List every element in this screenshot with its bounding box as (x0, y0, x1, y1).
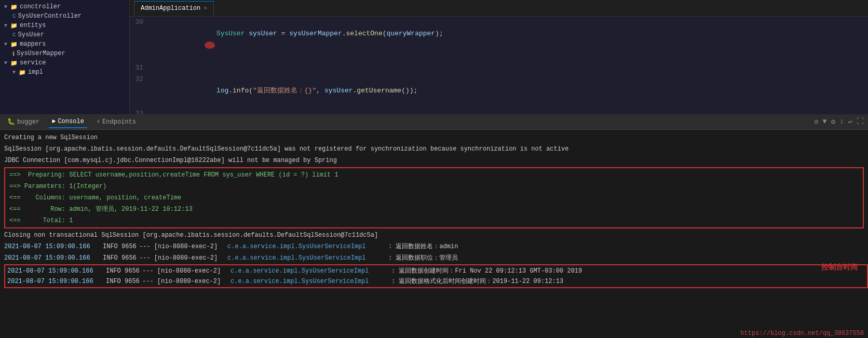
arrow-icon: ▼ (4, 23, 7, 29)
arrow-icon: ▼ (4, 4, 7, 10)
sql-box: ==> Preparing: SELECT username,position,… (4, 167, 864, 228)
line-num: 33 (130, 108, 152, 114)
ts-line-3: 2021-08-07 15:09:00.166 INFO 9656 --- [n… (7, 266, 865, 276)
ts-thread: --- [nio-8080-exec-2] (139, 253, 227, 263)
ts-line-2: 2021-08-07 15:09:00.166 INFO 9656 --- [n… (0, 252, 868, 264)
sidebar-item-service[interactable]: ▼ 📁 service (0, 58, 129, 67)
java-icon: C (12, 32, 16, 38)
sidebar-item-entitys[interactable]: ▼ 📁 entitys (0, 21, 129, 30)
footer: https://blog.csdn.net/qq_38637558 (0, 329, 868, 338)
main-container: ▼ 📁 conctroller C SysUserController ▼ 📁 … (0, 0, 868, 338)
sql-line-4: <== Row: admin, 管理员, 2019-11-22 10:12:13 (9, 204, 859, 215)
sql-line-2: ==> Parameters: 1(Integer) (9, 181, 859, 192)
sidebar: ▼ 📁 conctroller C SysUserController ▼ 📁 … (0, 0, 130, 114)
scroll-icon[interactable]: ↕ (839, 117, 844, 126)
ts-date: 2021-08-07 15:09:00.166 (4, 253, 103, 263)
line-content: SysUser sysUser = sysUserMapper.selectOn… (152, 17, 868, 62)
code-line-33: 33 log.info("返回数据职位：{}", sysUser.getPosi… (130, 108, 868, 114)
sql-line-3: <== Columns: username, position, createT… (9, 192, 859, 204)
sidebar-label: mappers (20, 40, 46, 48)
endpoints-icon: ⚡ (97, 118, 100, 126)
line-num: 32 (130, 74, 152, 85)
ts-level: INFO 9656 (106, 276, 142, 287)
console-tab-endpoints[interactable]: ⚡ Endpoints (93, 116, 139, 128)
sql-section: ==> Preparing: SELECT username,position,… (4, 167, 864, 228)
arrow-icon: ▼ (4, 42, 7, 47)
folder-icon: 📁 (10, 60, 18, 66)
ts-class: c.e.a.service.impl.SysUserServiceImpl (227, 241, 388, 252)
editor-tab-adminapplication[interactable]: AdminApplication × (134, 1, 214, 16)
sidebar-item-impl[interactable]: ▼ 📁 impl (0, 67, 129, 77)
sidebar-label: SysUserController (18, 12, 82, 20)
console-tab-console[interactable]: ► Console (49, 116, 87, 128)
control-time-label: 控制台时间 (821, 263, 858, 272)
java-icon: C (12, 13, 16, 19)
sidebar-label: SysUserMapper (17, 50, 65, 57)
line-content: log.info("返回数据职位：{}", sysUser.getPositio… (152, 108, 868, 114)
settings-icon[interactable]: ⚙ (831, 117, 835, 126)
code-line-32: 32 log.info("返回数据姓名：{}", sysUser.getUser… (130, 74, 868, 108)
sidebar-label: SysUser (18, 31, 44, 38)
tab-label: AdminApplication (141, 5, 200, 12)
expand-icon[interactable]: ⛶ (857, 117, 864, 126)
timestamp-section: 2021-08-07 15:09:00.166 INFO 9656 --- [n… (0, 241, 868, 288)
ts-date: 2021-08-07 15:09:00.166 (7, 276, 106, 287)
folder-icon: 📁 (10, 41, 18, 48)
wrap-icon[interactable]: ↩ (848, 117, 852, 126)
code-line-30: 30 SysUser sysUser = sysUserMapper.selec… (130, 17, 868, 62)
code-line-31: 31 (130, 62, 868, 74)
console-line-2: SqlSession [org.apache.ibatis.session.de… (0, 143, 868, 155)
ts-thread: --- [nio-8080-exec-2] (142, 266, 230, 276)
ts-level: INFO 9656 (106, 266, 142, 276)
closing-line: Closing non transactional SqlSession [or… (0, 229, 868, 241)
code-area: ▼ 📁 conctroller C SysUserController ▼ 📁 … (0, 0, 868, 114)
ts-date: 2021-08-07 15:09:00.166 (7, 266, 106, 276)
tab-label: Endpoints (102, 118, 136, 126)
ts-msg: : 返回数据创建时间：Fri Nov 22 09:12:13 GMT-03:00… (391, 266, 582, 276)
sidebar-item-sysuser[interactable]: C SysUser (0, 30, 129, 39)
sidebar-label: conctroller (20, 3, 61, 10)
ts-class: c.e.a.service.impl.SysUserServiceImpl (227, 253, 388, 263)
console-icon: ► (52, 118, 56, 125)
code-lines: 30 SysUser sysUser = sysUserMapper.selec… (130, 17, 868, 114)
ts-class: c.e.a.service.impl.SysUserServiceImpl (230, 276, 391, 287)
filter-icon[interactable]: ▼ (822, 117, 826, 126)
sidebar-label: entitys (20, 22, 46, 29)
toolbar-icons: ⊘ ▼ ⚙ ↕ ↩ ⛶ (814, 117, 864, 126)
sidebar-item-sysusercontroller[interactable]: C SysUserController (0, 11, 129, 21)
tab-label: bugger (17, 118, 39, 126)
sql-line-1: ==> Preparing: SELECT username,position,… (9, 169, 859, 181)
tab-close-icon[interactable]: × (204, 5, 207, 11)
bugger-icon: 🐛 (7, 118, 15, 126)
sidebar-label: service (20, 59, 46, 66)
arrow-icon: ▼ (4, 60, 7, 66)
ts-line-1: 2021-08-07 15:09:00.166 INFO 9656 --- [n… (0, 241, 868, 252)
folder-icon: 📁 (19, 69, 26, 76)
ts-msg: : 返回数据格式化后时间创建时间：2019-11-22 09:12:13 (391, 276, 563, 287)
sidebar-item-mappers[interactable]: ▼ 📁 mappers (0, 39, 129, 49)
watermark-text: https://blog.csdn.net/qq_38637558 (740, 330, 864, 337)
sidebar-item-conctroller[interactable]: ▼ 📁 conctroller (0, 2, 129, 11)
arrow-icon: ▼ (12, 70, 16, 75)
code-editor: AdminApplication × 30 SysUser sysUser = … (130, 0, 868, 114)
editor-tab-bar: AdminApplication × (130, 0, 868, 17)
line-num: 31 (130, 62, 152, 74)
clear-icon[interactable]: ⊘ (814, 117, 818, 126)
ts-class: c.e.a.service.impl.SysUserServiceImpl (230, 266, 391, 276)
ts-msg: : 返回数据姓名：admin (388, 241, 458, 252)
sidebar-label: impl (28, 69, 43, 76)
tab-label: Console (58, 118, 84, 125)
folder-icon: 📁 (10, 22, 18, 29)
ts-line-4: 2021-08-07 15:09:00.166 INFO 9656 --- [n… (7, 276, 865, 287)
line-content: log.info("返回数据姓名：{}", sysUser.getUsernam… (152, 74, 868, 108)
mapper-icon: ℹ (12, 50, 15, 57)
console-output[interactable]: Creating a new SqlSession SqlSession [or… (0, 130, 868, 329)
folder-icon: 📁 (10, 4, 18, 10)
ts-thread: --- [nio-8080-exec-2] (139, 241, 227, 252)
line-content (152, 62, 868, 74)
sidebar-item-sysusermapper[interactable]: ℹ SysUserMapper (0, 49, 129, 58)
console-tab-bugger[interactable]: 🐛 bugger (4, 116, 43, 128)
ts-thread: --- [nio-8080-exec-2] (142, 276, 230, 287)
console-area: 🐛 bugger ► Console ⚡ Endpoints ⊘ ▼ ⚙ ↕ ↩… (0, 114, 868, 329)
bottom-highlight-box: 2021-08-07 15:09:00.166 INFO 9656 --- [n… (4, 264, 868, 288)
